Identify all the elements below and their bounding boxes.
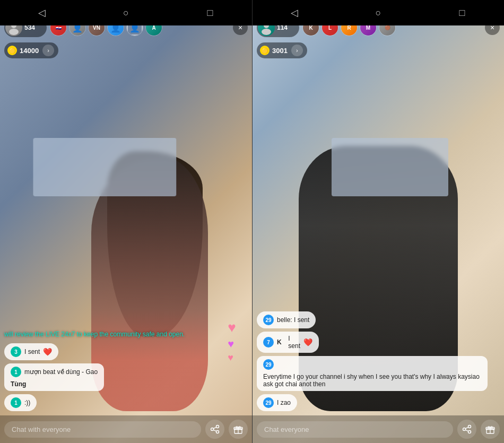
coin-bar-right: 🟡 3001 › <box>253 40 504 60</box>
chat-bubble-right-3: 29 I zao <box>257 394 297 411</box>
svg-line-20 <box>465 430 468 431</box>
chat-bubble-right-2: 29 Everytime I go your channel i shy whe… <box>257 356 488 391</box>
chat-num-right-3: 29 <box>263 397 274 408</box>
chat-text-right-2: Everytime I go your channel i shy when I… <box>263 373 481 388</box>
chat-bubble-right-0: 29 belle: I sent <box>257 311 316 328</box>
gift-button-left[interactable] <box>229 420 248 439</box>
coin-icon-right: 🟡 <box>260 46 270 55</box>
chat-sender-right-1: K <box>277 338 285 346</box>
svg-point-17 <box>463 428 466 431</box>
screen-content-left: 15:22 534 🇭🇷 👤 <box>0 0 252 443</box>
nav-bar-right: ◁ ○ □ <box>253 0 504 25</box>
chat-num-left-1: 3 <box>11 346 21 357</box>
svg-point-18 <box>468 431 471 433</box>
svg-line-19 <box>465 427 468 429</box>
svg-point-15 <box>262 29 271 35</box>
svg-line-7 <box>213 427 216 429</box>
chat-sender-left-2: Tùng <box>11 380 26 388</box>
chat-input-right[interactable] <box>257 421 453 438</box>
screen-content-right: 15:43 114 K L <box>253 0 504 443</box>
chat-area-left: will review the LIVE 24x7 to keep the co… <box>0 329 252 413</box>
chat-text-right-0: belle: I sent <box>277 316 309 324</box>
svg-point-3 <box>9 29 19 35</box>
chat-area-right: 29 belle: I sent 7 K I sent ❤️ 29 Everyt… <box>253 311 504 413</box>
share-button-left[interactable] <box>205 420 224 439</box>
coin-pill-right: 🟡 3001 › <box>257 42 307 58</box>
chat-input-left[interactable] <box>4 421 201 438</box>
coin-bar-left: 🟡 14000 › <box>0 40 252 60</box>
system-message-left: will review the LIVE 24x7 to keep the co… <box>4 329 248 340</box>
heart-icon-right-1: ❤️ <box>303 338 312 346</box>
chat-text-left-3: :)) <box>24 399 30 406</box>
svg-point-4 <box>216 425 219 428</box>
coin-arrow-left[interactable]: › <box>42 45 54 56</box>
svg-line-8 <box>213 430 216 431</box>
recent-button-left[interactable]: □ <box>199 2 221 23</box>
chat-num-right-1: 7 <box>263 337 274 348</box>
chat-name-row-right-2: 29 <box>263 359 274 370</box>
svg-point-5 <box>211 428 214 431</box>
chat-num-left-3: 1 <box>11 397 21 408</box>
chat-bubble-left-1: 3 I sent ❤️ <box>4 343 58 360</box>
recent-button-right[interactable]: □ <box>451 2 473 23</box>
chat-num-right-2: 29 <box>263 359 274 370</box>
coin-pill-left: 🟡 14000 › <box>4 42 58 58</box>
share-icon-right <box>462 424 472 434</box>
coin-amount-right: 3001 <box>272 47 288 55</box>
chat-num-right-0: 29 <box>263 315 274 325</box>
home-button-left[interactable]: ○ <box>115 2 136 23</box>
heart-icon-left-1: ❤️ <box>43 348 52 356</box>
bottom-chat-bar-right <box>253 415 504 443</box>
back-button-left[interactable]: ◁ <box>31 2 53 23</box>
svg-point-6 <box>216 431 219 433</box>
gift-icon-right <box>485 424 495 434</box>
right-screen: 15:43 114 K L <box>252 0 504 443</box>
home-button-right[interactable]: ○ <box>368 2 389 23</box>
svg-point-16 <box>468 425 471 428</box>
chat-bubble-right-1: 7 K I sent ❤️ <box>257 332 319 353</box>
nav-bar-left: ◁ ○ □ <box>0 0 252 25</box>
chat-bubble-left-2: 1 mượn beat về dùng - Gao Tùng <box>4 363 104 391</box>
chat-name-row-left-2: 1 mượn beat về dùng - Gao <box>11 367 98 377</box>
chat-text-right-3: I zao <box>277 399 291 406</box>
gift-icon-left <box>233 424 243 434</box>
chat-bubble-left-3: 1 :)) <box>4 394 37 411</box>
back-button-right[interactable]: ◁ <box>284 2 305 23</box>
chat-text-left-1: I sent <box>24 348 40 355</box>
chat-num-left-2: 1 <box>11 367 21 377</box>
bottom-chat-bar-left <box>0 415 252 443</box>
coin-amount-left: 14000 <box>20 47 39 55</box>
coin-icon-left: 🟡 <box>7 46 17 55</box>
coin-arrow-right[interactable]: › <box>291 45 303 56</box>
left-screen: 15:22 534 🇭🇷 👤 <box>0 0 252 443</box>
chat-text-left-2a: mượn beat về dùng - Gao <box>24 368 98 376</box>
share-icon-left <box>210 424 220 434</box>
chat-text-right-1: I sent <box>288 335 300 350</box>
share-button-right[interactable] <box>457 420 476 439</box>
gift-button-right[interactable] <box>481 420 500 439</box>
